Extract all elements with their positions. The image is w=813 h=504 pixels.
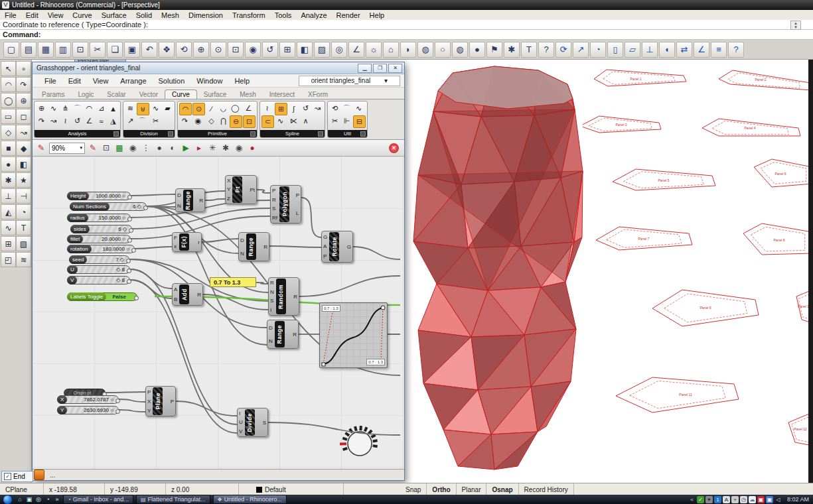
ribbon-primitive-icon-6[interactable]: ◇ — [206, 115, 217, 127]
freeform-icon[interactable]: ↝ — [16, 125, 31, 140]
lock-icon[interactable]: ⌂ — [383, 42, 399, 58]
ribbon-division-icon-4[interactable]: ⌒ — [137, 115, 148, 127]
input-a[interactable]: A — [323, 243, 327, 249]
polygon-icon[interactable]: ◇ — [1, 125, 16, 140]
ribbon-spline-icon-8[interactable]: ∧ — [300, 115, 311, 127]
ribbon-primitive-icon-3[interactable]: ⊙ — [192, 103, 205, 115]
firefox-icon[interactable]: ◔ — [44, 495, 52, 503]
curve-cv-icon[interactable]: ◠ — [1, 77, 16, 92]
map-icon[interactable]: ▨ — [314, 42, 330, 58]
volume-tray-icon[interactable]: ◁ — [775, 496, 782, 503]
bake-ball-icon[interactable]: ● — [246, 142, 258, 154]
mirror-icon[interactable]: ⇄ — [676, 42, 692, 58]
zoom-extents-icon[interactable]: ⊡ — [100, 142, 112, 154]
menu-curve[interactable]: Curve — [68, 11, 96, 19]
output-r[interactable]: R — [263, 244, 267, 250]
ribbon-spline-icon-3[interactable]: ⊞ — [275, 103, 287, 115]
input-n[interactable]: N — [269, 338, 273, 344]
center-mark-icon[interactable]: ◎ — [331, 42, 347, 58]
ribbon-primitive-icon-11[interactable]: ∠ — [243, 103, 254, 114]
sphere-blue-icon[interactable]: ● — [469, 42, 485, 58]
sketch-pen-icon[interactable]: ✎ — [87, 142, 99, 154]
ribbon-analysis-icon-9[interactable]: ◠ — [84, 103, 95, 114]
input-i[interactable]: I — [239, 410, 243, 416]
color-wheel-icon[interactable]: ◍ — [417, 42, 433, 58]
gh-component-add-7[interactable]: ABAddR — [172, 283, 203, 306]
menu-help[interactable]: Help — [365, 11, 390, 19]
grasshopper-title-bar[interactable]: Grasshopper - orient triangles_final ▁❐✕ — [33, 62, 404, 74]
window-switcher-icon[interactable]: ▣ — [25, 495, 33, 503]
banner-icon[interactable] — [34, 470, 44, 480]
menu-tools[interactable]: Tools — [270, 11, 297, 19]
trim-icon[interactable]: ⊥ — [1, 188, 16, 204]
ribbon-util-icon-6[interactable]: ⊟ — [353, 115, 366, 128]
status-pane-planar[interactable]: Planar — [457, 483, 487, 495]
taskbar-button-flattened-triangulat[interactable]: ▤Flattened Triangulat... — [136, 495, 210, 504]
output-s[interactable]: S — [263, 420, 266, 426]
input-b[interactable]: B — [174, 296, 177, 302]
input-rf[interactable]: Rf — [272, 215, 277, 221]
ribbon-division-icon-2[interactable]: ↗ — [125, 115, 136, 127]
ribbon-analysis-icon-12[interactable]: ≈ — [96, 115, 107, 127]
gh-slider-seed[interactable]: seed7 ◇ — [69, 255, 129, 264]
weather-cloud-tray-icon[interactable]: ☁ — [749, 496, 756, 503]
shell-blue-icon[interactable]: ◗ — [400, 42, 416, 58]
paste-icon[interactable]: ▣ — [124, 42, 140, 58]
ribbon-analysis-icon-1[interactable]: ⊕ — [36, 103, 47, 114]
notes-icon[interactable]: ≡ — [711, 42, 727, 58]
gh-component-plane-10[interactable]: PXYPlaneP — [145, 386, 176, 416]
gh-tab-xform[interactable]: XForm — [301, 90, 334, 99]
input-z[interactable]: Z — [227, 196, 230, 202]
menu-view[interactable]: View — [43, 11, 68, 19]
ribbon-analysis-icon-5[interactable]: ⋔ — [60, 103, 71, 114]
ribbon-primitive-icon-9[interactable]: ◯ — [230, 103, 241, 114]
input-v[interactable]: V — [239, 428, 243, 434]
undo-view-icon[interactable]: ↺ — [262, 42, 278, 58]
gh-slider-x[interactable]: X7862.0787 ○ — [57, 395, 119, 404]
menu-edit[interactable]: Edit — [21, 11, 43, 19]
output-r[interactable]: R — [197, 292, 201, 298]
gh-slider-v[interactable]: V◇ 8 — [67, 276, 130, 284]
gh-slider-fillet[interactable]: fillet20.0000 ○ — [67, 235, 131, 243]
ribbon-util-icon-1[interactable]: ⟲ — [329, 103, 340, 114]
ribbon-analysis-icon-11[interactable]: ⊿ — [96, 103, 107, 114]
measure-icon[interactable]: ∠ — [348, 42, 364, 58]
gh-tab-curve[interactable]: Curve — [165, 90, 197, 99]
canvas-close-icon[interactable]: ✕ — [389, 143, 399, 153]
gh-tab-surface[interactable]: Surface — [197, 90, 233, 99]
ribbon-analysis-icon-6[interactable]: ≀ — [60, 115, 71, 127]
status-pane-ortho[interactable]: Ortho — [427, 483, 456, 495]
updater-tray-icon[interactable]: + — [731, 496, 739, 503]
zoom-dynamic-icon[interactable]: ⊕ — [193, 42, 209, 58]
input-r[interactable]: R — [270, 280, 274, 286]
menu-analyze[interactable]: Analyze — [296, 11, 331, 19]
undo-icon[interactable]: ↶ — [141, 42, 157, 58]
cut-icon[interactable]: ✂ — [90, 42, 106, 58]
input-s[interactable]: S — [270, 298, 274, 304]
ribbon-division-icon-1[interactable]: ≋ — [125, 103, 136, 114]
door-view-icon[interactable]: ▯ — [607, 42, 623, 58]
ribbon-spline-icon-2[interactable]: ⊂ — [261, 115, 274, 128]
input-n[interactable]: N — [177, 203, 181, 209]
gh-slider-u[interactable]: U◇ 8 — [67, 265, 130, 274]
angle-dim-icon[interactable]: ∠ — [694, 42, 709, 58]
clock-sync-tray-icon[interactable]: ◷ — [740, 496, 747, 503]
gh-component-rotate-6[interactable]: GAPRotateG — [321, 231, 353, 263]
gh-tab-mesh[interactable]: Mesh — [233, 90, 262, 99]
command-input-row[interactable]: Command: — [0, 30, 813, 40]
output-p[interactable]: P — [296, 192, 299, 198]
taskbar-button-untitled-rhinocero[interactable]: ❖Untitled - Rhinocero... — [213, 495, 287, 504]
input-d[interactable]: D — [269, 325, 273, 331]
graph-handle-top[interactable] — [381, 306, 385, 310]
input-n[interactable]: N — [270, 289, 274, 295]
hatch-icon[interactable]: ▧ — [16, 236, 31, 251]
output-r[interactable]: r — [198, 239, 200, 245]
drop-blue-icon[interactable]: ◖ — [659, 42, 675, 58]
osnap-end-toggle[interactable]: ✓ End — [1, 471, 33, 482]
move-car-icon[interactable]: ◧ — [297, 42, 313, 58]
ribbon-division-icon-7[interactable]: ▰ — [162, 103, 173, 114]
graph-handle-bottom[interactable] — [322, 363, 325, 366]
menu-mesh[interactable]: Mesh — [157, 11, 184, 19]
gh-component-range-5[interactable]: DNRangeR — [238, 232, 269, 261]
boolean-icon[interactable]: ◭ — [1, 204, 16, 220]
